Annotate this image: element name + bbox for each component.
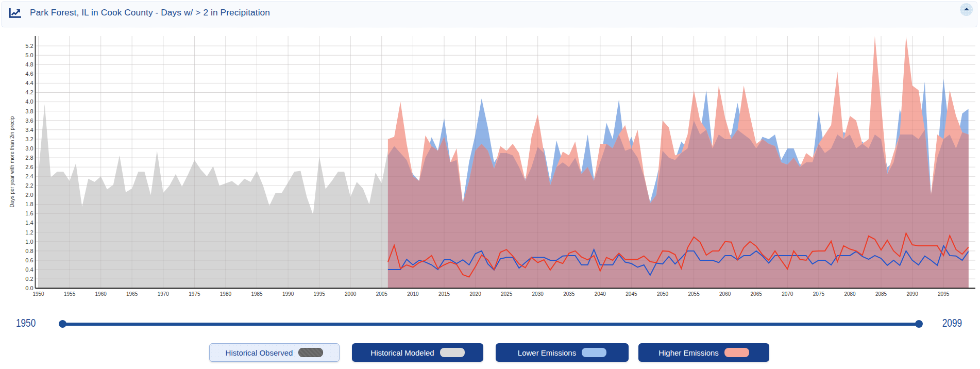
svg-text:2020: 2020 (469, 291, 481, 297)
svg-text:3.4: 3.4 (25, 127, 33, 133)
svg-text:2035: 2035 (563, 291, 575, 297)
svg-text:2030: 2030 (532, 291, 544, 297)
svg-text:2.2: 2.2 (25, 182, 33, 189)
svg-text:0.8: 0.8 (25, 248, 33, 254)
svg-text:3.0: 3.0 (25, 145, 33, 152)
svg-text:2080: 2080 (844, 291, 856, 297)
svg-text:2040: 2040 (595, 291, 606, 297)
svg-text:2055: 2055 (688, 291, 700, 297)
svg-text:2075: 2075 (813, 291, 825, 297)
svg-text:2085: 2085 (875, 291, 887, 297)
svg-text:3.2: 3.2 (25, 136, 33, 142)
svg-text:4.0: 4.0 (25, 98, 33, 105)
svg-text:0.0: 0.0 (25, 285, 33, 291)
svg-text:2025: 2025 (501, 291, 513, 297)
svg-text:1.6: 1.6 (25, 210, 33, 216)
svg-text:0.6: 0.6 (25, 257, 33, 263)
svg-text:1970: 1970 (158, 291, 170, 297)
svg-text:4.2: 4.2 (25, 89, 33, 95)
svg-text:0.2: 0.2 (25, 276, 33, 282)
svg-text:2.8: 2.8 (25, 155, 33, 161)
svg-text:1960: 1960 (95, 291, 107, 297)
svg-text:4.4: 4.4 (25, 80, 33, 86)
svg-text:2005: 2005 (376, 291, 388, 297)
svg-text:1.4: 1.4 (25, 220, 33, 226)
svg-text:3.6: 3.6 (25, 118, 33, 124)
svg-text:4.6: 4.6 (25, 71, 33, 77)
svg-text:1950: 1950 (32, 291, 44, 297)
svg-text:2000: 2000 (345, 291, 357, 297)
svg-text:2090: 2090 (906, 291, 918, 297)
svg-text:2.0: 2.0 (25, 192, 33, 198)
svg-text:4.8: 4.8 (25, 61, 33, 68)
svg-text:1995: 1995 (314, 291, 326, 297)
svg-text:5.2: 5.2 (25, 43, 33, 49)
svg-text:1.8: 1.8 (25, 201, 33, 207)
svg-text:1975: 1975 (189, 291, 200, 297)
svg-text:1980: 1980 (220, 291, 232, 297)
svg-text:2070: 2070 (782, 291, 793, 297)
svg-text:0.4: 0.4 (25, 266, 33, 273)
svg-text:1.0: 1.0 (25, 239, 33, 245)
svg-text:1955: 1955 (64, 291, 76, 297)
svg-text:Days per year with more than 2: Days per year with more than 2in precip (9, 116, 15, 207)
svg-text:1.2: 1.2 (25, 229, 33, 236)
svg-text:2010: 2010 (407, 291, 419, 297)
svg-text:2065: 2065 (751, 291, 763, 297)
svg-text:2095: 2095 (938, 291, 950, 297)
svg-text:2.6: 2.6 (25, 164, 33, 170)
svg-text:1985: 1985 (251, 291, 263, 297)
svg-text:2.4: 2.4 (25, 173, 33, 179)
svg-text:1990: 1990 (282, 291, 294, 297)
svg-text:2045: 2045 (626, 291, 637, 297)
svg-text:1965: 1965 (126, 291, 138, 297)
svg-text:2050: 2050 (657, 291, 669, 297)
svg-text:2060: 2060 (719, 291, 731, 297)
svg-text:5.0: 5.0 (25, 52, 33, 58)
svg-text:3.8: 3.8 (25, 108, 33, 114)
svg-text:2015: 2015 (438, 291, 450, 297)
